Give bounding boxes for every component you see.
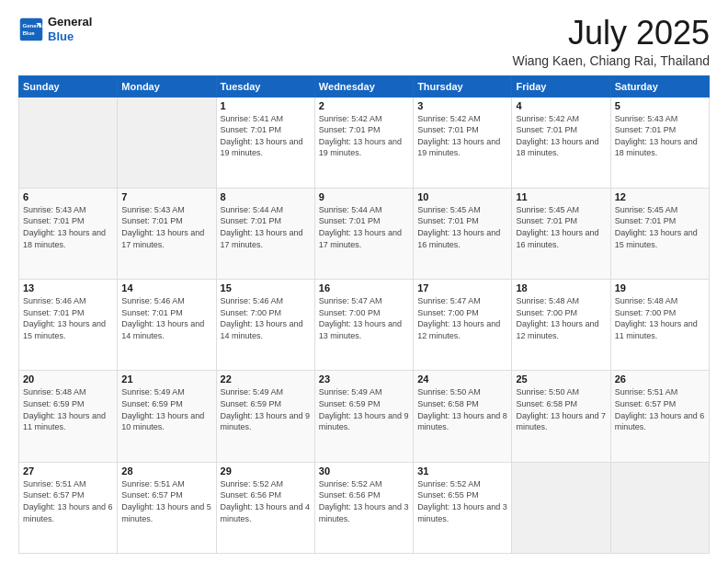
day-number: 22 bbox=[221, 373, 311, 385]
day-info: Sunrise: 5:50 AMSunset: 6:58 PMDaylight:… bbox=[516, 386, 606, 432]
day-number: 3 bbox=[417, 100, 507, 111]
day-number: 8 bbox=[221, 191, 311, 202]
page: General Blue General Blue July 2025 Wian… bbox=[0, 0, 728, 563]
day-number: 5 bbox=[615, 100, 705, 111]
day-info: Sunrise: 5:52 AMSunset: 6:55 PMDaylight:… bbox=[417, 478, 507, 524]
logo-line1: General bbox=[48, 15, 92, 29]
calendar-cell: 29Sunrise: 5:52 AMSunset: 6:56 PMDayligh… bbox=[216, 462, 314, 553]
calendar-cell: 21Sunrise: 5:49 AMSunset: 6:59 PMDayligh… bbox=[118, 371, 216, 462]
day-info: Sunrise: 5:42 AMSunset: 7:01 PMDaylight:… bbox=[417, 113, 507, 159]
calendar-cell: 9Sunrise: 5:44 AMSunset: 7:01 PMDaylight… bbox=[314, 188, 413, 279]
calendar-cell: 15Sunrise: 5:46 AMSunset: 7:00 PMDayligh… bbox=[216, 280, 314, 371]
weekday-header-monday: Monday bbox=[118, 75, 216, 97]
day-number: 11 bbox=[516, 191, 606, 202]
day-info: Sunrise: 5:42 AMSunset: 7:01 PMDaylight:… bbox=[319, 113, 409, 159]
calendar-cell: 7Sunrise: 5:43 AMSunset: 7:01 PMDaylight… bbox=[118, 188, 216, 279]
day-number: 15 bbox=[221, 282, 311, 293]
day-info: Sunrise: 5:48 AMSunset: 7:00 PMDaylight:… bbox=[615, 295, 705, 341]
day-info: Sunrise: 5:46 AMSunset: 7:01 PMDaylight:… bbox=[121, 295, 211, 341]
calendar-cell: 25Sunrise: 5:50 AMSunset: 6:58 PMDayligh… bbox=[512, 371, 610, 462]
calendar-cell: 8Sunrise: 5:44 AMSunset: 7:01 PMDaylight… bbox=[216, 188, 314, 279]
calendar-cell: 5Sunrise: 5:43 AMSunset: 7:01 PMDaylight… bbox=[610, 97, 709, 188]
subtitle: Wiang Kaen, Chiang Rai, Thailand bbox=[512, 53, 710, 68]
day-number: 2 bbox=[319, 100, 409, 111]
logo: General Blue General Blue bbox=[18, 15, 92, 43]
calendar-cell: 27Sunrise: 5:51 AMSunset: 6:57 PMDayligh… bbox=[19, 462, 118, 553]
calendar-week-3: 13Sunrise: 5:46 AMSunset: 7:01 PMDayligh… bbox=[19, 280, 710, 371]
calendar-cell: 1Sunrise: 5:41 AMSunset: 7:01 PMDaylight… bbox=[216, 97, 314, 188]
weekday-header-saturday: Saturday bbox=[610, 75, 709, 97]
day-number: 31 bbox=[417, 465, 507, 477]
day-info: Sunrise: 5:49 AMSunset: 6:59 PMDaylight:… bbox=[221, 386, 311, 432]
day-info: Sunrise: 5:45 AMSunset: 7:01 PMDaylight:… bbox=[417, 204, 507, 250]
weekday-header-friday: Friday bbox=[512, 75, 610, 97]
calendar-week-1: 1Sunrise: 5:41 AMSunset: 7:01 PMDaylight… bbox=[19, 97, 710, 188]
calendar-cell: 6Sunrise: 5:43 AMSunset: 7:01 PMDaylight… bbox=[19, 188, 118, 279]
calendar-cell bbox=[19, 97, 118, 188]
day-info: Sunrise: 5:43 AMSunset: 7:01 PMDaylight:… bbox=[121, 204, 211, 250]
day-info: Sunrise: 5:47 AMSunset: 7:00 PMDaylight:… bbox=[417, 295, 507, 341]
calendar-cell: 31Sunrise: 5:52 AMSunset: 6:55 PMDayligh… bbox=[414, 462, 512, 553]
day-info: Sunrise: 5:46 AMSunset: 7:01 PMDaylight:… bbox=[23, 295, 113, 341]
day-number: 24 bbox=[417, 373, 507, 385]
weekday-header-sunday: Sunday bbox=[19, 75, 118, 97]
day-number: 4 bbox=[516, 100, 606, 111]
day-info: Sunrise: 5:43 AMSunset: 7:01 PMDaylight:… bbox=[615, 113, 705, 159]
day-number: 16 bbox=[319, 282, 409, 293]
day-number: 7 bbox=[121, 191, 211, 202]
day-info: Sunrise: 5:43 AMSunset: 7:01 PMDaylight:… bbox=[23, 204, 113, 250]
calendar-cell: 30Sunrise: 5:52 AMSunset: 6:56 PMDayligh… bbox=[314, 462, 413, 553]
day-info: Sunrise: 5:51 AMSunset: 6:57 PMDaylight:… bbox=[23, 478, 113, 524]
day-number: 29 bbox=[221, 465, 311, 477]
calendar-cell: 20Sunrise: 5:48 AMSunset: 6:59 PMDayligh… bbox=[19, 371, 118, 462]
main-title: July 2025 bbox=[512, 15, 710, 52]
day-number: 17 bbox=[417, 282, 507, 293]
calendar-cell: 13Sunrise: 5:46 AMSunset: 7:01 PMDayligh… bbox=[19, 280, 118, 371]
day-number: 14 bbox=[121, 282, 211, 293]
day-number: 23 bbox=[319, 373, 409, 385]
day-info: Sunrise: 5:48 AMSunset: 6:59 PMDaylight:… bbox=[23, 386, 113, 432]
day-info: Sunrise: 5:47 AMSunset: 7:00 PMDaylight:… bbox=[319, 295, 409, 341]
day-info: Sunrise: 5:45 AMSunset: 7:01 PMDaylight:… bbox=[516, 204, 606, 250]
day-number: 21 bbox=[121, 373, 211, 385]
calendar-cell: 4Sunrise: 5:42 AMSunset: 7:01 PMDaylight… bbox=[512, 97, 610, 188]
day-number: 12 bbox=[615, 191, 705, 202]
calendar-week-2: 6Sunrise: 5:43 AMSunset: 7:01 PMDaylight… bbox=[19, 188, 710, 279]
day-number: 19 bbox=[615, 282, 705, 293]
day-number: 18 bbox=[516, 282, 606, 293]
day-number: 30 bbox=[319, 465, 409, 477]
calendar-cell: 17Sunrise: 5:47 AMSunset: 7:00 PMDayligh… bbox=[414, 280, 512, 371]
day-info: Sunrise: 5:49 AMSunset: 6:59 PMDaylight:… bbox=[319, 386, 409, 432]
day-info: Sunrise: 5:52 AMSunset: 6:56 PMDaylight:… bbox=[319, 478, 409, 524]
day-info: Sunrise: 5:42 AMSunset: 7:01 PMDaylight:… bbox=[516, 113, 606, 159]
day-info: Sunrise: 5:45 AMSunset: 7:01 PMDaylight:… bbox=[615, 204, 705, 250]
day-number: 27 bbox=[23, 465, 113, 477]
day-number: 26 bbox=[615, 373, 705, 385]
svg-text:Blue: Blue bbox=[22, 29, 35, 36]
calendar-cell: 26Sunrise: 5:51 AMSunset: 6:57 PMDayligh… bbox=[610, 371, 709, 462]
calendar-cell: 10Sunrise: 5:45 AMSunset: 7:01 PMDayligh… bbox=[414, 188, 512, 279]
day-number: 25 bbox=[516, 373, 606, 385]
day-info: Sunrise: 5:48 AMSunset: 7:00 PMDaylight:… bbox=[516, 295, 606, 341]
calendar-cell: 14Sunrise: 5:46 AMSunset: 7:01 PMDayligh… bbox=[118, 280, 216, 371]
day-number: 1 bbox=[221, 100, 311, 111]
day-info: Sunrise: 5:51 AMSunset: 6:57 PMDaylight:… bbox=[615, 386, 705, 432]
day-number: 10 bbox=[417, 191, 507, 202]
calendar-table: SundayMondayTuesdayWednesdayThursdayFrid… bbox=[18, 75, 710, 554]
calendar-cell bbox=[610, 462, 709, 553]
day-info: Sunrise: 5:41 AMSunset: 7:01 PMDaylight:… bbox=[221, 113, 311, 159]
calendar-cell: 3Sunrise: 5:42 AMSunset: 7:01 PMDaylight… bbox=[414, 97, 512, 188]
calendar-cell: 12Sunrise: 5:45 AMSunset: 7:01 PMDayligh… bbox=[610, 188, 709, 279]
weekday-header-wednesday: Wednesday bbox=[314, 75, 413, 97]
calendar-cell: 22Sunrise: 5:49 AMSunset: 6:59 PMDayligh… bbox=[216, 371, 314, 462]
calendar-cell: 23Sunrise: 5:49 AMSunset: 6:59 PMDayligh… bbox=[314, 371, 413, 462]
day-number: 20 bbox=[23, 373, 113, 385]
day-info: Sunrise: 5:49 AMSunset: 6:59 PMDaylight:… bbox=[121, 386, 211, 432]
logo-icon: General Blue bbox=[18, 17, 44, 42]
calendar-cell: 28Sunrise: 5:51 AMSunset: 6:57 PMDayligh… bbox=[118, 462, 216, 553]
calendar-cell: 11Sunrise: 5:45 AMSunset: 7:01 PMDayligh… bbox=[512, 188, 610, 279]
header: General Blue General Blue July 2025 Wian… bbox=[18, 15, 710, 68]
calendar-cell: 19Sunrise: 5:48 AMSunset: 7:00 PMDayligh… bbox=[610, 280, 709, 371]
day-number: 9 bbox=[319, 191, 409, 202]
day-info: Sunrise: 5:44 AMSunset: 7:01 PMDaylight:… bbox=[221, 204, 311, 250]
